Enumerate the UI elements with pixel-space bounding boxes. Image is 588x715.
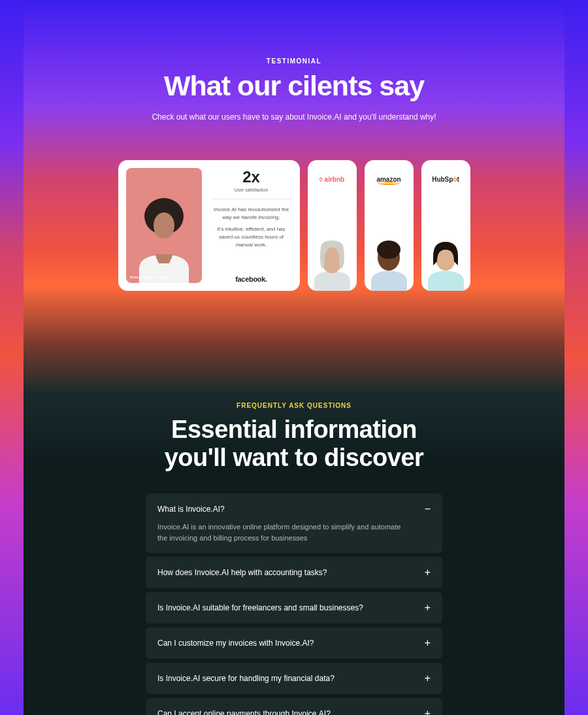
faq-question: How does Invoice.AI help with accounting… (157, 568, 327, 577)
avatar (421, 235, 470, 291)
brand-amazon-logo: amazon (376, 176, 400, 183)
faq-item-toggle[interactable]: Can I accept online payments through Inv… (157, 708, 431, 715)
brand-hubspot-logo: HubSpòt (432, 176, 459, 183)
faq-item-toggle[interactable]: What is Invoice.AI? − (157, 503, 431, 515)
plus-icon: + (425, 673, 431, 684)
faq-item-toggle[interactable]: Can I customize my invoices with Invoice… (157, 637, 431, 649)
testimonial-section: TESTIMONIAL What our cilents say Check o… (0, 0, 588, 291)
faq-item: Is Invoice.AI secure for handling my fin… (146, 663, 442, 694)
divider (211, 199, 292, 199)
testimonial-card-amazon[interactable]: amazon (365, 160, 414, 291)
avatar (308, 235, 357, 291)
faq-answer: Invoice.AI is an innovative online platf… (157, 522, 403, 543)
testimonial-cards: Mateo, Sales Manager 2x User satisfactio… (0, 160, 588, 291)
plus-icon: + (425, 602, 431, 614)
faq-list: What is Invoice.AI? − Invoice.AI is an i… (146, 493, 442, 715)
testimonial-stat: 2x (211, 168, 292, 186)
plus-icon: + (425, 708, 431, 715)
faq-item: How does Invoice.AI help with accounting… (146, 557, 442, 588)
testimonial-subtitle: Check out what our users have to say abo… (0, 111, 588, 124)
faq-question: Is Invoice.AI suitable for freelancers a… (157, 603, 363, 612)
testimonial-stat-label: User satisfaction (211, 188, 292, 192)
faq-item: What is Invoice.AI? − Invoice.AI is an i… (146, 493, 442, 553)
minus-icon: − (425, 503, 431, 515)
faq-item: Can I customize my invoices with Invoice… (146, 627, 442, 659)
plus-icon: + (425, 567, 431, 578)
faq-item: Can I accept online payments through Inv… (146, 698, 442, 715)
testimonial-card-airbnb[interactable]: ◊ airbnb (308, 160, 357, 291)
brand-facebook: facebook. (211, 275, 292, 283)
brand-airbnb-logo: ◊ airbnb (319, 176, 344, 183)
testimonial-title: What our cilents say (0, 70, 588, 102)
testimonial-photo: Mateo, Sales Manager (126, 168, 202, 283)
faq-title: Essential informationyou'll want to disc… (0, 416, 588, 471)
faq-question: Can I customize my invoices with Invoice… (157, 639, 314, 648)
avatar (365, 235, 414, 291)
testimonial-card-hubspot[interactable]: HubSpòt (421, 160, 470, 291)
testimonial-main-card[interactable]: Mateo, Sales Manager 2x User satisfactio… (118, 160, 300, 291)
faq-item-toggle[interactable]: How does Invoice.AI help with accounting… (157, 567, 431, 578)
testimonial-eyebrow: TESTIMONIAL (0, 58, 588, 65)
faq-section: FREQUENTLY ASK QUESTIONS Essential infor… (0, 402, 588, 715)
faq-eyebrow: FREQUENTLY ASK QUESTIONS (0, 402, 588, 409)
faq-item-toggle[interactable]: Is Invoice.AI secure for handling my fin… (157, 673, 431, 684)
testimonial-desc: Invoice.AI has revolutionized the way we… (211, 206, 292, 253)
plus-icon: + (425, 637, 431, 649)
testimonial-person-tag: Mateo, Sales Manager (130, 275, 169, 279)
faq-question: Is Invoice.AI secure for handling my fin… (157, 674, 335, 683)
faq-question: Can I accept online payments through Inv… (157, 709, 331, 715)
faq-question: What is Invoice.AI? (157, 505, 225, 514)
faq-item: Is Invoice.AI suitable for freelancers a… (146, 592, 442, 624)
svg-point-4 (377, 241, 400, 259)
faq-item-toggle[interactable]: Is Invoice.AI suitable for freelancers a… (157, 602, 431, 614)
svg-point-1 (154, 212, 174, 239)
